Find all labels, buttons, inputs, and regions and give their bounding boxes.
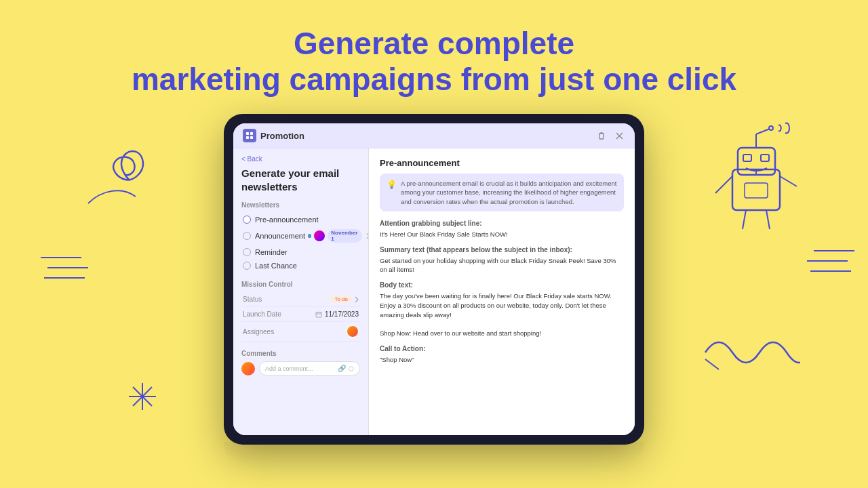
svg-line-12 — [743, 210, 746, 229]
app-header-left: Promotion — [243, 129, 304, 142]
svg-point-18 — [769, 126, 773, 130]
app-logo — [243, 129, 256, 142]
svg-rect-30 — [316, 312, 321, 317]
svg-rect-19 — [745, 183, 768, 198]
svg-rect-9 — [743, 155, 751, 161]
info-text: A pre-announcement email is crucial as i… — [401, 179, 617, 206]
avatar-announcement — [314, 230, 325, 241]
field-value-0: It's Here! Our Black Friday Sale Starts … — [380, 230, 624, 239]
svg-line-15 — [780, 176, 797, 186]
comment-input-row: Add a comment... 🔗 ⬡ — [241, 361, 360, 375]
radio-last-chance[interactable] — [243, 262, 251, 270]
mission-row-status: Status To do — [241, 292, 360, 307]
field-subject-line: Attention grabbing subject line: It's He… — [380, 220, 624, 239]
todo-badge: To do — [330, 296, 352, 303]
trash-icon[interactable] — [595, 129, 608, 142]
field-body-text: Body text: The day you've been waiting f… — [380, 281, 624, 338]
commenter-avatar — [241, 362, 255, 375]
mission-row-launch-date: Launch Date 11/17/2023 — [241, 307, 360, 322]
panel-title: Generate your email newsletters — [241, 167, 360, 193]
newsletter-name-last-chance: Last Chance — [255, 262, 297, 270]
app-body: < Back Generate your email newsletters N… — [233, 148, 635, 435]
field-label-1: Summary text (that appears below the sub… — [380, 246, 624, 253]
app-title: Promotion — [260, 131, 304, 141]
launch-date-label: Launch Date — [243, 310, 281, 318]
assignees-value — [347, 325, 359, 338]
link-icon[interactable]: 🔗 — [338, 365, 346, 372]
header-actions — [595, 129, 625, 142]
launch-date-value: 11/17/2023 — [315, 310, 359, 318]
field-label-0: Attention grabbing subject line: — [380, 220, 624, 227]
back-link[interactable]: < Back — [241, 155, 360, 163]
info-box: 💡 A pre-announcement email is crucial as… — [380, 174, 624, 211]
hero-title-line1: Generate complete — [0, 26, 868, 62]
doodle-star — [125, 380, 159, 416]
field-summary-text: Summary text (that appears below the sub… — [380, 246, 624, 275]
newsletter-item-reminder[interactable]: Reminder — [241, 245, 360, 259]
assignee-avatar — [347, 325, 359, 338]
app-header: Promotion — [233, 123, 635, 148]
svg-line-6 — [133, 387, 152, 406]
right-panel: Pre-announcement 💡 A pre-announcement em… — [369, 148, 635, 435]
newsletters-section-label: Newsletters — [241, 201, 360, 209]
doodle-left-lines — [41, 251, 95, 294]
svg-rect-10 — [761, 155, 769, 161]
newsletter-item-pre-announcement[interactable]: Pre-announcement — [241, 213, 360, 226]
svg-rect-26 — [246, 136, 249, 139]
date-tag: November 1 — [328, 229, 362, 243]
doodle-right-lines — [800, 244, 854, 287]
field-label-3: Call to Action: — [380, 345, 624, 352]
svg-rect-7 — [732, 169, 780, 210]
doodle-wave — [698, 325, 800, 382]
field-cta: Call to Action: "Shop Now" — [380, 345, 624, 365]
doodle-spiral — [81, 136, 176, 226]
mission-section-label: Mission Control — [241, 281, 360, 288]
status-value[interactable]: To do — [330, 296, 359, 303]
svg-line-13 — [766, 210, 770, 229]
field-value-1: Get started on your holiday shopping wit… — [380, 256, 624, 275]
info-icon: 💡 — [387, 180, 397, 206]
comment-actions: 🔗 ⬡ — [338, 365, 354, 372]
tablet-frame: Promotion — [224, 114, 644, 462]
hero-title-line2: marketing campaigns from just one click — [0, 62, 868, 98]
doodle-robot — [705, 122, 814, 247]
mission-control-section: Mission Control Status To do Launch Date — [241, 281, 360, 342]
announcement-row: Announcement November 1 — [255, 229, 369, 243]
svg-rect-27 — [250, 136, 253, 139]
newsletter-name-reminder: Reminder — [255, 248, 288, 256]
svg-rect-24 — [246, 132, 249, 135]
assignees-label: Assignees — [243, 328, 274, 336]
dot-badge — [308, 234, 311, 238]
comments-section: Comments Add a comment... 🔗 ⬡ — [241, 350, 360, 375]
mission-row-assignees: Assignees — [241, 322, 360, 342]
svg-line-17 — [756, 129, 770, 134]
mention-icon[interactable]: ⬡ — [349, 365, 354, 372]
newsletter-item-last-chance[interactable]: Last Chance — [241, 259, 360, 272]
svg-line-14 — [715, 176, 732, 193]
svg-line-20 — [705, 359, 719, 369]
field-value-2: The day you've been waiting for is final… — [380, 291, 624, 338]
launch-date-text: 11/17/2023 — [325, 310, 359, 318]
newsletter-item-announcement[interactable]: Announcement November 1 — [241, 226, 360, 245]
svg-rect-8 — [738, 148, 775, 175]
right-panel-title: Pre-announcement — [380, 158, 624, 168]
field-label-2: Body text: — [380, 281, 624, 289]
status-label: Status — [243, 296, 262, 303]
tablet-reflection — [224, 442, 644, 462]
svg-rect-25 — [250, 132, 253, 135]
close-icon[interactable] — [613, 129, 625, 142]
radio-announcement[interactable] — [243, 232, 251, 240]
newsletter-name-pre-announcement: Pre-announcement — [255, 216, 319, 224]
comment-placeholder: Add a comment... — [265, 365, 313, 372]
radio-pre-announcement[interactable] — [243, 216, 251, 224]
svg-line-5 — [133, 387, 152, 406]
hero-section: Generate complete marketing campaigns fr… — [0, 0, 868, 98]
comment-input-field[interactable]: Add a comment... 🔗 ⬡ — [259, 361, 360, 375]
left-panel: < Back Generate your email newsletters N… — [233, 148, 369, 435]
comments-label: Comments — [241, 350, 360, 357]
radio-reminder[interactable] — [243, 248, 251, 256]
newsletter-name-announcement: Announcement — [255, 232, 305, 240]
field-value-3: "Shop Now" — [380, 355, 624, 365]
